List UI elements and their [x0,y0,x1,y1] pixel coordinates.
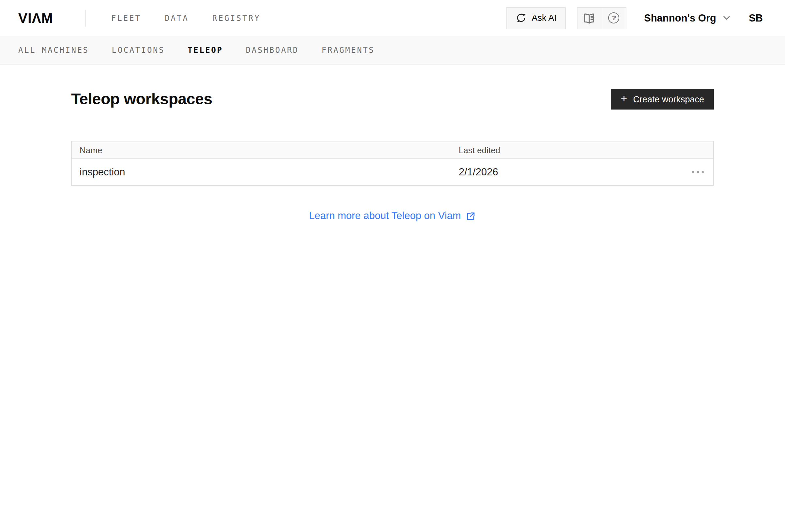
subnav-item-locations[interactable]: LOCATIONS [112,46,165,55]
subnav-item-all-machines[interactable]: ALL MACHINES [18,46,89,55]
question-glyph: ? [612,15,616,22]
chevron-down-icon [723,16,731,20]
workspaces-table: Name Last edited inspection 2/1/2026 [71,141,714,186]
column-header-name: Name [72,145,451,155]
nav-item-data[interactable]: DATA [165,14,189,23]
open-book-icon [583,11,596,24]
workspace-name[interactable]: inspection [72,166,451,178]
ellipsis-icon [692,171,704,174]
main-content: Teleop workspaces + Create workspace Nam… [71,89,714,222]
fleet-subnav: ALL MACHINES LOCATIONS TELEOP DASHBOARD … [0,36,785,65]
header-right-cluster: Ask AI ? Shann [506,7,763,29]
header-divider [86,9,86,26]
user-avatar[interactable]: SB [749,12,763,24]
sparkle-sync-icon [515,12,526,24]
plus-icon: + [621,93,627,104]
subnav-item-teleop[interactable]: TELEOP [187,46,223,55]
external-link-icon [466,211,476,221]
subnav-item-dashboard[interactable]: DASHBOARD [246,46,299,55]
question-circle-icon: ? [608,12,619,24]
learn-more-label: Learn more about Teleop on Viam [309,210,461,222]
learn-more-link[interactable]: Learn more about Teleop on Viam [309,210,476,222]
nav-item-fleet[interactable]: FLEET [111,14,141,23]
ask-ai-label: Ask AI [531,13,557,23]
table-row[interactable]: inspection 2/1/2026 [72,159,713,185]
title-row: Teleop workspaces + Create workspace [71,89,714,109]
org-name: Shannon's Org [644,12,716,24]
ask-ai-button[interactable]: Ask AI [506,7,566,29]
create-workspace-button[interactable]: + Create workspace [611,89,714,109]
help-button[interactable]: ? [602,7,626,28]
create-workspace-label: Create workspace [633,94,704,104]
table-header-row: Name Last edited [72,141,713,159]
column-header-last-edited: Last edited [451,145,682,155]
learn-more-row: Learn more about Teleop on Viam [71,210,714,222]
org-switcher[interactable]: Shannon's Org [644,12,731,24]
viam-app: VIΛM FLEET DATA REGISTRY Ask AI [0,0,785,532]
viam-logo[interactable]: VIΛM [18,10,53,26]
page-title: Teleop workspaces [71,90,212,108]
docs-button[interactable] [578,7,602,28]
primary-nav: FLEET DATA REGISTRY [111,14,261,23]
nav-item-registry[interactable]: REGISTRY [212,14,261,23]
row-menu-button[interactable] [682,171,713,174]
subnav-item-fragments[interactable]: FRAGMENTS [322,46,375,55]
workspace-last-edited: 2/1/2026 [451,166,682,178]
help-button-group: ? [577,7,627,29]
top-header: VIΛM FLEET DATA REGISTRY Ask AI [0,0,785,36]
